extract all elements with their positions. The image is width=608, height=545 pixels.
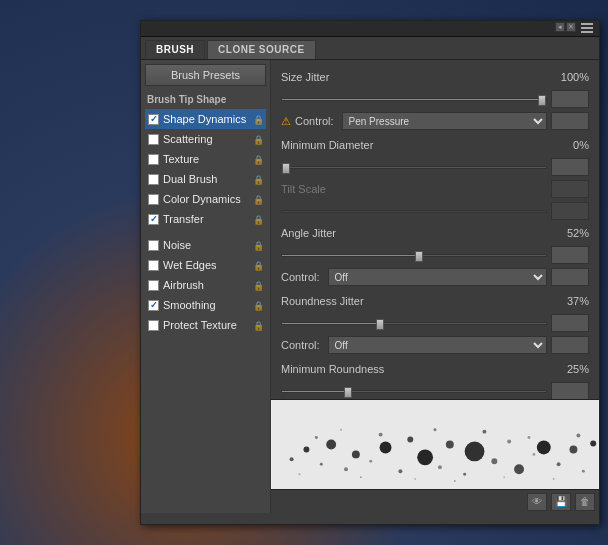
sidebar-item-noise[interactable]: Noise (145, 235, 266, 255)
svg-point-36 (553, 478, 555, 480)
angle-jitter-label: Angle Jitter (281, 227, 549, 239)
sidebar-label-airbrush: Airbrush (163, 279, 253, 291)
roundness-control-dropdown[interactable]: Off Fade Pen Pressure (328, 336, 547, 354)
sidebar-item-transfer[interactable]: Transfer (145, 209, 266, 229)
tab-bar: BRUSH CLONE SOURCE (141, 37, 599, 60)
checkbox-color-dynamics[interactable] (148, 194, 159, 205)
min-roundness-value: 25% (549, 363, 589, 375)
title-bar: ◂ ✕ (141, 21, 599, 37)
sidebar-item-smoothing[interactable]: Smoothing (145, 295, 266, 315)
min-diameter-row: Minimum Diameter 0% (281, 136, 589, 154)
checkbox-protect-texture[interactable] (148, 320, 159, 331)
angle-jitter-slider[interactable] (281, 248, 547, 262)
size-control-row: ⚠ Control: Pen Pressure Off Fade Pen Til… (281, 112, 589, 130)
roundness-control-value-box (551, 336, 589, 354)
sidebar-item-color-dynamics[interactable]: Color Dynamics (145, 189, 266, 209)
sidebar-item-scattering[interactable]: Scattering (145, 129, 266, 149)
size-control-value-box (551, 112, 589, 130)
svg-point-5 (344, 467, 348, 471)
svg-point-30 (414, 478, 416, 480)
svg-point-21 (557, 462, 561, 466)
brush-presets-button[interactable]: Brush Presets (145, 64, 266, 86)
save-button[interactable]: 💾 (551, 493, 571, 511)
tilt-scale-slider (281, 204, 547, 218)
checkbox-dual-brush[interactable] (148, 174, 159, 185)
roundness-jitter-row: Roundness Jitter 37% (281, 292, 589, 310)
svg-point-10 (407, 437, 413, 443)
checkbox-texture[interactable] (148, 154, 159, 165)
tab-brush[interactable]: BRUSH (145, 40, 205, 59)
size-jitter-slider[interactable] (281, 92, 547, 106)
roundness-control-row: Control: Off Fade Pen Pressure (281, 336, 589, 354)
svg-point-3 (320, 463, 323, 466)
checkbox-noise[interactable] (148, 240, 159, 251)
min-diameter-slider[interactable] (281, 160, 547, 174)
section-label: Brush Tip Shape (145, 92, 266, 109)
roundness-jitter-label: Roundness Jitter (281, 295, 549, 307)
angle-control-row: Control: Off Fade Pen Pressure (281, 268, 589, 286)
svg-point-32 (454, 480, 456, 482)
roundness-jitter-box (551, 314, 589, 332)
sidebar-label-smoothing: Smoothing (163, 299, 253, 311)
svg-point-13 (446, 441, 454, 449)
checkbox-transfer[interactable] (148, 214, 159, 225)
checkbox-airbrush[interactable] (148, 280, 159, 291)
angle-control-dropdown[interactable]: Off Fade Pen Pressure (328, 268, 547, 286)
svg-point-6 (352, 450, 360, 458)
angle-control-text: Control: (281, 271, 320, 283)
checkbox-smoothing[interactable] (148, 300, 159, 311)
svg-point-28 (360, 476, 362, 478)
tilt-scale-label: Tilt Scale (281, 183, 551, 195)
close-button[interactable]: ✕ (566, 22, 576, 32)
trash-button[interactable]: 🗑 (575, 493, 595, 511)
angle-jitter-value: 52% (549, 227, 589, 239)
brush-preview (271, 399, 599, 489)
lock-icon-airbrush (253, 279, 263, 291)
min-roundness-slider[interactable] (281, 384, 547, 398)
svg-point-20 (537, 441, 551, 455)
checkbox-scattering[interactable] (148, 134, 159, 145)
svg-point-26 (315, 436, 318, 439)
min-diameter-slider-row (281, 158, 589, 176)
lock-icon-wet-edges (253, 259, 263, 271)
minimize-button[interactable]: ◂ (555, 22, 565, 32)
sidebar-item-protect-texture[interactable]: Protect Texture (145, 315, 266, 335)
sidebar-label-protect-texture: Protect Texture (163, 319, 253, 331)
sidebar-label-noise: Noise (163, 239, 253, 251)
svg-point-33 (482, 430, 486, 434)
sidebar-item-airbrush[interactable]: Airbrush (145, 275, 266, 295)
svg-point-4 (326, 440, 336, 450)
size-control-dropdown[interactable]: Pen Pressure Off Fade Pen Tilt (342, 112, 547, 130)
lock-icon-texture (253, 153, 263, 165)
eye-button[interactable]: 👁 (527, 493, 547, 511)
size-jitter-slider-row (281, 90, 589, 108)
roundness-jitter-value: 37% (549, 295, 589, 307)
angle-jitter-box (551, 246, 589, 264)
sidebar-item-dual-brush[interactable]: Dual Brush (145, 169, 266, 189)
preview-canvas (271, 400, 599, 489)
roundness-jitter-slider[interactable] (281, 316, 547, 330)
control-text: Control: (295, 115, 334, 127)
svg-point-35 (527, 436, 530, 439)
svg-point-29 (379, 433, 383, 437)
size-jitter-box (551, 90, 589, 108)
min-roundness-box (551, 382, 589, 399)
roundness-jitter-slider-row (281, 314, 589, 332)
lock-icon-noise (253, 239, 263, 251)
svg-point-25 (299, 473, 301, 475)
sidebar-item-texture[interactable]: Texture (145, 149, 266, 169)
sidebar-item-wet-edges[interactable]: Wet Edges (145, 255, 266, 275)
svg-point-15 (465, 442, 485, 462)
checkbox-shape-dynamics[interactable] (148, 114, 159, 125)
sidebar-item-shape-dynamics[interactable]: Shape Dynamics (145, 109, 266, 129)
svg-point-17 (507, 440, 511, 444)
svg-point-11 (417, 449, 433, 465)
tab-clone-source[interactable]: CLONE SOURCE (207, 40, 316, 59)
checkbox-wet-edges[interactable] (148, 260, 159, 271)
lock-icon-dual-brush (253, 173, 263, 185)
svg-point-27 (340, 429, 342, 431)
svg-point-7 (369, 460, 372, 463)
panel-menu-icon[interactable] (581, 22, 597, 34)
lock-icon-color-dynamics (253, 193, 263, 205)
svg-point-14 (463, 473, 466, 476)
